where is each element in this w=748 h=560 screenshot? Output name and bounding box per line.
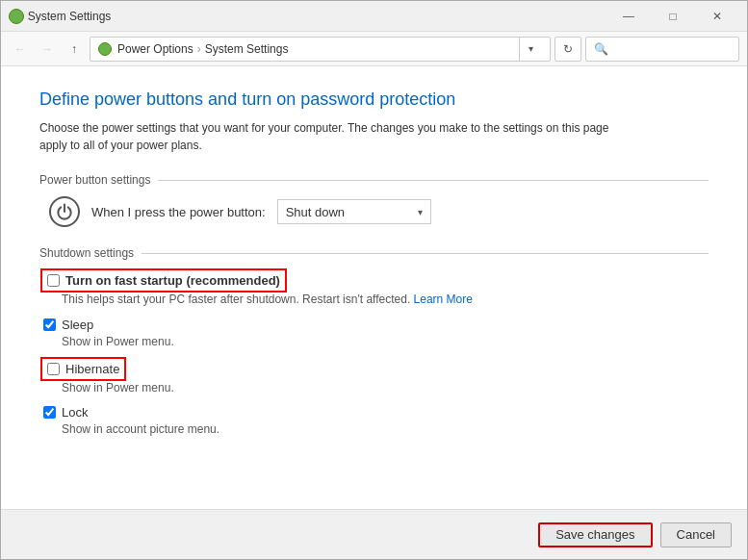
breadcrumb: Power Options › System Settings ▾: [90, 37, 551, 62]
window-controls: — □ ✕: [606, 1, 739, 32]
title-bar: System Settings — □ ✕: [1, 1, 747, 32]
sleep-label: Sleep: [62, 318, 93, 332]
sleep-row: Sleep: [43, 318, 709, 332]
power-button-dropdown-value: Shut down: [286, 205, 345, 219]
lock-checkbox[interactable]: [43, 406, 56, 419]
hibernate-row: Hibernate: [43, 360, 709, 378]
page-title: Define power buttons and turn on passwor…: [39, 89, 709, 110]
footer: Save changes Cancel: [1, 509, 747, 559]
fast-startup-row: Turn on fast startup (recommended): [43, 271, 284, 290]
power-button-label: When I press the power button:: [91, 205, 266, 219]
sleep-description: Show in Power menu.: [62, 334, 709, 350]
fast-startup-checkbox[interactable]: [47, 274, 60, 287]
dropdown-arrow-icon: ▾: [418, 207, 423, 217]
breadcrumb-dropdown-button[interactable]: ▾: [519, 37, 542, 62]
power-button-row: When I press the power button: Shut down…: [39, 196, 709, 227]
hibernate-item: Hibernate Show in Power menu.: [39, 360, 709, 396]
lock-item: Lock Show in account picture menu.: [39, 405, 709, 438]
search-icon: 🔍: [594, 42, 608, 56]
breadcrumb-sep: ›: [197, 42, 201, 56]
window-title: System Settings: [28, 10, 606, 23]
breadcrumb-part2: System Settings: [205, 42, 289, 56]
forward-button[interactable]: →: [36, 38, 59, 61]
hibernate-label: Hibernate: [65, 362, 119, 376]
power-button-section-header: Power button settings: [39, 173, 709, 187]
save-changes-button[interactable]: Save changes: [538, 522, 652, 547]
shutdown-header-label: Shutdown settings: [39, 246, 134, 260]
learn-more-link[interactable]: Learn More: [414, 293, 473, 306]
cancel-button[interactable]: Cancel: [660, 522, 732, 547]
hibernate-checkbox[interactable]: [47, 363, 60, 375]
fast-startup-label: Turn on fast startup (recommended): [65, 273, 280, 288]
back-button[interactable]: ←: [9, 38, 32, 61]
sleep-item: Sleep Show in Power menu.: [39, 318, 709, 350]
power-icon: [49, 196, 80, 227]
maximize-button[interactable]: □: [651, 1, 695, 32]
breadcrumb-globe-icon: [98, 42, 112, 56]
hibernate-description: Show in Power menu.: [62, 380, 709, 396]
lock-row: Lock: [43, 405, 709, 420]
sleep-checkbox[interactable]: [43, 318, 56, 331]
app-icon: [9, 9, 24, 24]
shutdown-section-header: Shutdown settings: [39, 246, 709, 260]
close-button[interactable]: ✕: [695, 1, 739, 32]
page-description: Choose the power settings that you want …: [39, 119, 617, 154]
power-button-header-label: Power button settings: [39, 173, 150, 187]
main-window: System Settings — □ ✕ ← → ↑ Power Option…: [0, 0, 748, 560]
breadcrumb-part1: Power Options: [117, 42, 193, 56]
fast-startup-description: This helps start your PC faster after sh…: [62, 292, 709, 308]
up-button[interactable]: ↑: [63, 38, 86, 61]
refresh-button[interactable]: ↻: [555, 37, 581, 62]
lock-description: Show in account picture menu.: [62, 421, 709, 438]
fast-startup-item: Turn on fast startup (recommended) This …: [39, 271, 709, 308]
address-bar: ← → ↑ Power Options › System Settings ▾ …: [1, 32, 747, 66]
search-box[interactable]: 🔍: [585, 37, 739, 62]
content-area: Define power buttons and turn on passwor…: [1, 66, 747, 509]
minimize-button[interactable]: —: [606, 1, 651, 32]
lock-label: Lock: [62, 405, 88, 420]
power-button-dropdown[interactable]: Shut down ▾: [277, 199, 431, 224]
